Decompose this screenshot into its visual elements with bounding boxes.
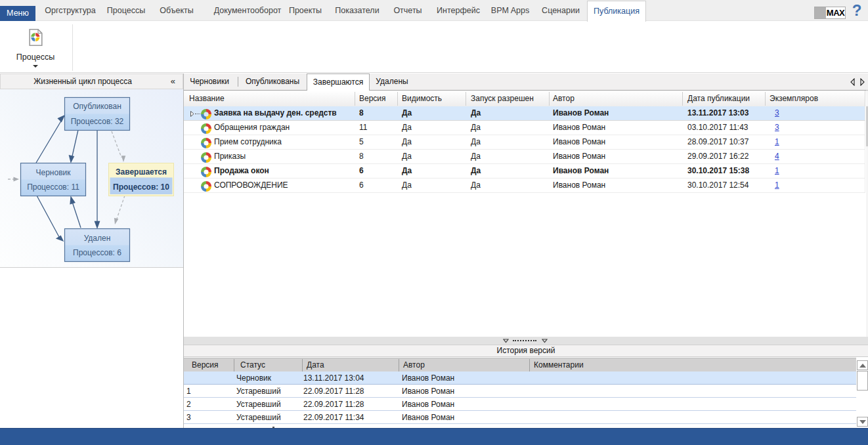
svg-text:Завершается: Завершается <box>116 167 167 177</box>
svg-text:Процессов: 11: Процессов: 11 <box>27 182 79 192</box>
svg-text:Удален: Удален <box>84 234 111 243</box>
svg-text:Процессов: 10: Процессов: 10 <box>113 182 169 192</box>
svg-text:Процессов: 32: Процессов: 32 <box>71 117 124 126</box>
svg-text:Процессов: 6: Процессов: 6 <box>73 248 121 257</box>
svg-text:Черновик: Черновик <box>36 168 72 177</box>
svg-text:Опубликован: Опубликован <box>73 102 121 111</box>
